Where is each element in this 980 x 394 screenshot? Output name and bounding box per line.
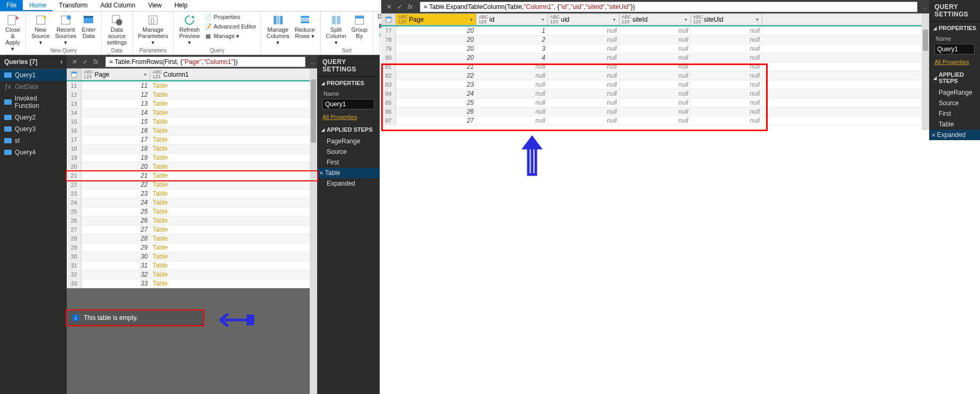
applied-step[interactable]: Expanded (929, 130, 980, 140)
table-row[interactable]: 1515Table (67, 117, 317, 126)
formula-cancel-icon[interactable]: ✕ (386, 3, 392, 11)
query-item[interactable]: Query3 (0, 123, 67, 135)
tab-transform[interactable]: Transform (52, 0, 94, 11)
table-row[interactable]: 3333Table (67, 279, 317, 288)
tab-file[interactable]: File (0, 0, 23, 11)
table-row[interactable]: 1616Table (67, 126, 317, 135)
col-header-column1[interactable]: ABC 123 Column1 ▾ (150, 69, 317, 80)
applied-step[interactable]: Expanded (317, 178, 380, 189)
col-header-id[interactable]: ABC 123id▾ (476, 14, 548, 25)
qs-applied-steps-header[interactable]: APPLIED STEPS (929, 68, 980, 87)
formula-commit-icon[interactable]: ✓ (397, 3, 402, 11)
applied-step[interactable]: Table (317, 168, 380, 178)
table-row[interactable]: 2323Table (67, 189, 317, 198)
table-row[interactable]: 8323nullnullnullnull (381, 80, 929, 89)
col-header-uid[interactable]: ABC 123uid▾ (548, 14, 619, 25)
table-row[interactable]: 8222nullnullnullnull (381, 71, 929, 80)
tab-add-column[interactable]: Add Column (94, 0, 142, 11)
filter-icon[interactable]: ▾ (684, 17, 688, 22)
table-row[interactable]: 1111Table (67, 81, 317, 90)
query-item[interactable]: Query1 (0, 69, 67, 81)
scrollbar-thumb[interactable] (311, 79, 316, 143)
table-row[interactable]: 2020Table (67, 162, 317, 171)
table-row[interactable]: 78202nullnullnull (381, 35, 929, 44)
manage-parameters-button[interactable]: {} Manage Parameters ▾ (136, 13, 170, 47)
table-row[interactable]: 2828Table (67, 234, 317, 243)
refresh-preview-button[interactable]: Refresh Preview ▾ (177, 13, 202, 47)
properties-button[interactable]: 📄Properties (203, 13, 258, 21)
table-row[interactable]: 79203nullnullnull (381, 44, 929, 53)
formula-input[interactable]: = Table.FromRows(First, {"Page", "Column… (105, 57, 305, 67)
table-row[interactable]: 8424nullnullnullnull (381, 89, 929, 98)
table-row[interactable]: 2222Table (67, 180, 317, 189)
col-header-page[interactable]: ABC 123 Page ▾ (82, 69, 150, 80)
applied-step[interactable]: PageRange (929, 87, 980, 98)
table-row[interactable]: 3232Table (67, 270, 317, 279)
manage-columns-button[interactable]: Manage Columns ▾ (264, 13, 291, 47)
qs-applied-steps-header[interactable]: APPLIED STEPS (317, 123, 380, 136)
table-row[interactable]: 2121Table (67, 171, 317, 180)
formula-dropdown-icon[interactable]: ⌄ (308, 57, 317, 67)
fx-icon[interactable]: fx (93, 58, 98, 66)
table-row[interactable]: 2626Table (67, 216, 317, 225)
scrollbar[interactable] (922, 14, 929, 130)
reduce-rows-button[interactable]: Reduce Rows ▾ (293, 13, 317, 40)
recent-sources-button[interactable]: Recent Sources ▾ (53, 13, 78, 47)
qs-properties-header[interactable]: PROPERTIES (929, 22, 980, 34)
table-row[interactable]: 3131Table (67, 261, 317, 270)
filter-icon[interactable]: ▾ (755, 17, 760, 22)
select-all-corner[interactable] (67, 69, 82, 80)
query-item[interactable]: st (0, 135, 67, 146)
table-row[interactable]: 8626nullnullnullnull (381, 107, 929, 116)
tab-view[interactable]: View (142, 0, 168, 11)
table-row[interactable]: 8121nullnullnullnull (381, 62, 929, 71)
table-row[interactable]: 80204nullnullnull (381, 53, 929, 62)
query-item[interactable]: Invoked Function (0, 93, 67, 112)
data-source-settings-button[interactable]: Data source settings (105, 13, 129, 47)
all-properties-link[interactable]: All Properties (929, 56, 980, 68)
table-row[interactable]: 1313Table (67, 99, 317, 108)
applied-step[interactable]: First (929, 108, 980, 119)
fx-icon[interactable]: fx (408, 3, 412, 11)
applied-step[interactable]: PageRange (317, 136, 380, 146)
table-row[interactable]: 8727nullnullnullnull (381, 116, 929, 125)
col-header-siteid[interactable]: ABC 123siteId▾ (619, 14, 691, 25)
collapse-chevron-icon[interactable]: ‹ (60, 58, 62, 66)
table-row[interactable]: 1919Table (67, 153, 317, 162)
table-row[interactable]: 1414Table (67, 108, 317, 117)
qs-properties-header[interactable]: PROPERTIES (317, 77, 380, 89)
table-row[interactable]: 77201nullnullnull (381, 26, 929, 35)
applied-step[interactable]: Source (317, 146, 380, 157)
col-header-page-r[interactable]: ABC 123 Page ▾ (396, 14, 476, 25)
scrollbar[interactable] (310, 69, 317, 394)
table-row[interactable]: 2525Table (67, 207, 317, 216)
manage-button[interactable]: ▦Manage ▾ (203, 32, 258, 40)
table-row[interactable]: 8525nullnullnullnull (381, 98, 929, 107)
query-item[interactable]: Query4 (0, 146, 67, 158)
applied-step[interactable]: Source (929, 98, 980, 108)
query-item[interactable]: ƒxGetData (0, 81, 67, 93)
split-column-button[interactable]: Split Column ▾ (324, 13, 348, 47)
qs-name-input[interactable]: Query1 (322, 99, 374, 109)
filter-icon[interactable]: ▾ (143, 72, 148, 77)
table-row[interactable]: 2929Table (67, 243, 317, 252)
col-header-siteuid[interactable]: ABC 123siteUid▾ (691, 14, 762, 25)
table-row[interactable]: 2424Table (67, 198, 317, 207)
advanced-editor-button[interactable]: 📝Advanced Editor (203, 22, 258, 31)
close-apply-button[interactable]: Close & Apply ▾ (3, 13, 22, 53)
new-source-button[interactable]: ★ New Source ▾ (29, 13, 52, 47)
formula-input-right[interactable]: = Table.ExpandTableColumn(Table, "Column… (420, 2, 918, 12)
tab-help[interactable]: Help (168, 0, 194, 11)
query-item[interactable]: Query2 (0, 112, 67, 123)
filter-icon[interactable]: ▾ (469, 17, 474, 22)
formula-commit-icon[interactable]: ✓ (83, 58, 88, 66)
qs-name-input[interactable]: Query1 (934, 44, 975, 54)
formula-dropdown-icon[interactable]: ⌄ (920, 2, 929, 12)
formula-cancel-icon[interactable]: ✕ (72, 58, 77, 66)
table-row[interactable]: 1212Table (67, 90, 317, 99)
scrollbar-thumb[interactable] (923, 30, 928, 51)
enter-data-button[interactable]: Enter Data (79, 13, 97, 40)
filter-icon[interactable]: ▾ (541, 17, 545, 22)
applied-step[interactable]: First (317, 157, 380, 168)
filter-icon[interactable]: ▾ (612, 17, 617, 22)
